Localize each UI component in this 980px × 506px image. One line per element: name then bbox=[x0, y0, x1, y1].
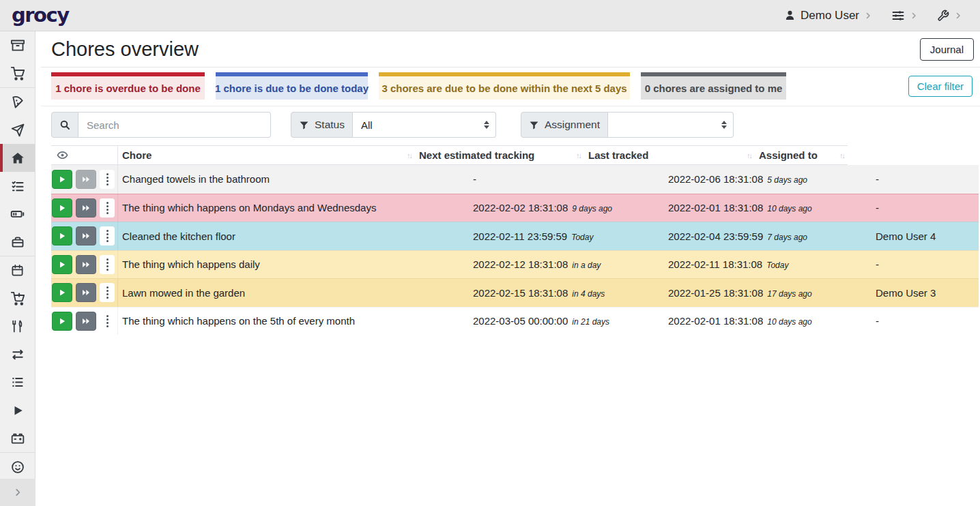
grocy-logo[interactable]: grocy bbox=[12, 5, 69, 25]
table-header-assigned-to[interactable]: Assigned to ↑↓ bbox=[755, 146, 848, 164]
sidebar-item-batteries-overview[interactable] bbox=[0, 200, 35, 228]
skip-chore-button[interactable] bbox=[76, 198, 96, 218]
assigned-to-cell: Demo User 4 bbox=[876, 230, 979, 242]
sort-icon: ↑↓ bbox=[747, 151, 751, 160]
track-chore-button[interactable] bbox=[52, 226, 72, 245]
row-menu-button[interactable] bbox=[100, 170, 115, 189]
assigned-to-cell: Demo User 3 bbox=[876, 287, 979, 299]
next-tracking-cell: 2022-02-02 18:31:089 days ago bbox=[473, 202, 668, 213]
table-header-chore[interactable]: Chore ↑↓ bbox=[118, 146, 415, 164]
chore-name[interactable]: The thing which happens on Mondays and W… bbox=[118, 202, 473, 213]
table-header: Chore ↑↓ Next estimated tracking ↑↓ Last… bbox=[51, 145, 848, 165]
chevron-right-icon bbox=[13, 488, 23, 497]
status-banners: 1 chore is overdue to be done 1 chore is… bbox=[41, 72, 980, 106]
tasks-checklist-icon bbox=[11, 179, 25, 193]
wrench-icon bbox=[937, 10, 949, 22]
skip-chore-button[interactable] bbox=[76, 312, 96, 331]
last-tracked-cell: 2022-02-04 23:59:597 days ago bbox=[668, 230, 876, 242]
last-tracked-cell: 2022-02-06 18:31:085 days ago bbox=[668, 173, 876, 185]
sidebar-item-equipment[interactable] bbox=[0, 228, 35, 256]
sidebar-item-user-settings[interactable] bbox=[0, 453, 35, 481]
sidebar-item-calendar[interactable] bbox=[0, 256, 35, 284]
column-settings-button[interactable] bbox=[51, 146, 118, 164]
status-filter-group: Status All bbox=[291, 112, 496, 138]
user-menu[interactable]: Demo User bbox=[784, 9, 872, 23]
chevron-right-icon bbox=[864, 12, 872, 20]
banner-assigned-me[interactable]: 0 chores are assigned to me bbox=[641, 72, 786, 100]
next-tracking-cell: 2022-02-11 23:59:59Today bbox=[473, 230, 668, 242]
last-tracked-cell: 2022-02-01 18:31:0810 days ago bbox=[668, 202, 876, 213]
user-icon bbox=[784, 10, 796, 21]
chevron-right-icon bbox=[910, 12, 918, 20]
skip-chore-button[interactable] bbox=[76, 226, 96, 245]
sidebar-item-tasks[interactable] bbox=[0, 172, 35, 200]
user-label: Demo User bbox=[801, 9, 859, 23]
chore-name[interactable]: The thing which happens daily bbox=[118, 258, 473, 270]
sidebar-item-shopping-list[interactable] bbox=[0, 59, 35, 87]
assignment-filter-group: Assignment bbox=[521, 112, 734, 138]
paper-plane-icon bbox=[11, 123, 25, 137]
next-tracking-cell: 2022-03-05 00:00:00in 21 days bbox=[473, 315, 668, 327]
sidebar-item-chores-overview[interactable] bbox=[0, 144, 35, 172]
next-tracking-cell: 2022-02-15 18:31:08in 4 days bbox=[473, 287, 668, 299]
sidebar-collapse-toggle[interactable] bbox=[0, 479, 35, 506]
next-tracking-cell: - bbox=[473, 173, 668, 185]
filter-funnel-icon bbox=[299, 120, 309, 130]
sidebar-item-meal-plan[interactable] bbox=[0, 116, 35, 144]
sidebar-item-inventory[interactable] bbox=[0, 368, 35, 396]
select-arrows-icon bbox=[484, 121, 489, 129]
utensils-icon bbox=[11, 320, 24, 333]
table-row: Changed towels in the bathroom - 2022-02… bbox=[51, 165, 979, 194]
journal-button[interactable]: Journal bbox=[920, 38, 974, 61]
chore-name[interactable]: The thing which happens on the 5th of ev… bbox=[118, 315, 473, 327]
sidebar-item-consume[interactable] bbox=[0, 312, 35, 340]
banner-due-today[interactable]: 1 chore is due to be done today bbox=[216, 72, 368, 100]
clear-filter-button[interactable]: Clear filter bbox=[908, 76, 972, 97]
last-tracked-cell: 2022-01-25 18:31:0817 days ago bbox=[668, 287, 876, 299]
track-chore-button[interactable] bbox=[52, 198, 72, 218]
settings-menu[interactable] bbox=[891, 9, 918, 23]
table-row: Lawn mowed in the garden 2022-02-15 18:3… bbox=[51, 278, 979, 307]
row-menu-button[interactable] bbox=[100, 226, 115, 245]
row-actions bbox=[51, 222, 118, 250]
chevron-right-icon bbox=[954, 12, 962, 20]
track-chore-button[interactable] bbox=[52, 312, 72, 331]
sidebar-item-transfer[interactable] bbox=[0, 340, 35, 368]
track-chore-button[interactable] bbox=[52, 255, 72, 274]
banner-overdue[interactable]: 1 chore is overdue to be done bbox=[51, 72, 205, 100]
chore-name[interactable]: Lawn mowed in the garden bbox=[118, 287, 473, 299]
admin-menu[interactable] bbox=[937, 10, 962, 22]
row-menu-button[interactable] bbox=[100, 283, 115, 302]
status-filter-label: Status bbox=[291, 112, 353, 138]
next-tracking-cell: 2022-02-12 18:31:08in a day bbox=[473, 258, 668, 270]
chore-name[interactable]: Changed towels in the bathroom bbox=[118, 173, 473, 185]
row-menu-button[interactable] bbox=[100, 198, 115, 218]
table-row: The thing which happens on Mondays and W… bbox=[51, 194, 979, 222]
assignment-select[interactable] bbox=[608, 112, 734, 138]
skip-chore-button[interactable] bbox=[76, 255, 96, 274]
row-actions bbox=[51, 308, 118, 336]
main-content: Chores overview Journal 1 chore is overd… bbox=[36, 32, 980, 506]
filter-funnel-icon bbox=[529, 120, 539, 130]
search-input[interactable] bbox=[78, 112, 271, 138]
home-icon bbox=[11, 151, 25, 165]
track-chore-button[interactable] bbox=[52, 170, 72, 189]
chore-name[interactable]: Cleaned the kitchen floor bbox=[118, 230, 473, 242]
skip-chore-button[interactable] bbox=[76, 283, 96, 302]
sidebar-item-stock-overview[interactable] bbox=[0, 31, 35, 59]
sidebar-item-recipes[interactable] bbox=[0, 88, 35, 116]
last-tracked-cell: 2022-02-11 18:31:08Today bbox=[668, 258, 876, 270]
status-select[interactable]: All bbox=[353, 112, 496, 138]
sidebar-item-battery-tracking[interactable] bbox=[0, 424, 35, 452]
sidebar-item-purchase[interactable] bbox=[0, 284, 35, 312]
banner-due-soon[interactable]: 3 chores are due to be done within the n… bbox=[379, 72, 630, 100]
sidebar-item-chore-tracking[interactable] bbox=[0, 396, 35, 424]
table-header-next-tracking[interactable]: Next estimated tracking ↑↓ bbox=[415, 146, 584, 164]
table-header-last-tracked[interactable]: Last tracked ↑↓ bbox=[584, 146, 755, 164]
row-menu-button[interactable] bbox=[100, 312, 115, 331]
exchange-arrows-icon bbox=[11, 348, 25, 361]
track-chore-button[interactable] bbox=[52, 283, 72, 302]
row-menu-button[interactable] bbox=[100, 255, 115, 274]
search-icon bbox=[59, 119, 70, 130]
sidebar bbox=[0, 31, 35, 506]
